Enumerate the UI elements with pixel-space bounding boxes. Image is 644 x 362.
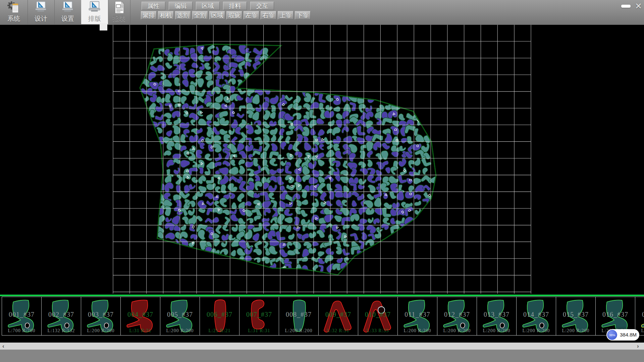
piece-shape [440, 298, 475, 334]
nav-label: 设计 [35, 15, 47, 23]
piece-shape [479, 298, 514, 334]
thumbnail-015_#37[interactable]: 015_#37 L:200 R:200 [556, 297, 596, 336]
nav-label: 报表 [113, 15, 125, 23]
top-toolbar: 系统 设计 设置 排版 报表 属性编辑区域排料交互 聚排相机选割全割区域瑕疵左靠… [0, 0, 644, 25]
report-doc-icon [112, 1, 126, 15]
laptop-ruler-icon [88, 1, 102, 15]
close-icon: ✕ [635, 1, 642, 11]
tool-item-1[interactable]: 聚排 [141, 11, 157, 19]
canvas-corner-chip [100, 23, 107, 31]
thumbnail-003_#37[interactable]: 003_#37 L:200 R:200 [81, 297, 121, 336]
tool-item-5[interactable]: 区域 [209, 11, 225, 19]
scroll-left-icon[interactable]: ‹ [2, 343, 4, 350]
close-button[interactable]: ✕ [633, 1, 644, 11]
menu-item-4[interactable]: 排料 [223, 2, 247, 10]
status-badge: 38% 384.8M [606, 329, 639, 341]
tool-item-9[interactable]: 上靠 [278, 11, 293, 19]
piece-shape [558, 298, 593, 334]
piece-shape [598, 298, 633, 334]
piece-shape [163, 298, 198, 334]
menu-row-1: 属性编辑区域排料交互 [142, 2, 274, 10]
progress-percent: 38% [609, 333, 615, 337]
nav-label: 设置 [61, 15, 74, 23]
thumbnail-002_#37[interactable]: 002_#37 L:132 R:132 [41, 297, 81, 336]
menu-item-2[interactable]: 编辑 [169, 2, 193, 10]
thumbnail-010_#37[interactable]: 010_#37 L:33 R:33 [358, 297, 398, 336]
piece-shape [400, 298, 435, 334]
memory-indicator: 384.8M [620, 329, 637, 341]
thumbnail-009_#37[interactable]: 009_#37 L:32 R:31 [318, 297, 358, 336]
tool-item-8[interactable]: 右靠 [261, 11, 276, 19]
menu-item-3[interactable]: 区域 [196, 2, 220, 10]
piece-shape [44, 298, 79, 334]
piece-shape [321, 298, 356, 334]
nav-label: 系统 [7, 15, 20, 23]
menu-item-1[interactable]: 属性 [142, 2, 165, 10]
piece-shape [281, 298, 316, 334]
thumbnail-005_#37[interactable]: 005_#37 L:200 R:200 [160, 297, 200, 336]
minimize-button[interactable] [619, 1, 633, 11]
tool-item-4[interactable]: 全割 [192, 11, 208, 19]
horizontal-scrollbar[interactable]: ‹ › [0, 343, 644, 350]
piece-shape [123, 298, 158, 334]
piece-shape [361, 298, 395, 334]
progress-circle: 38% [607, 330, 617, 340]
piece-shape [519, 298, 554, 334]
piece-shape [242, 298, 277, 334]
piece-thumbnail-strip: 001_#37 L:700 R:700 002_#37 L:132 R:132 … [0, 296, 644, 343]
tool-item-3[interactable]: 选割 [175, 11, 191, 19]
nav-tile-design[interactable]: 设计 [28, 0, 55, 24]
laptop-ruler-icon [34, 1, 48, 15]
gear-doc-icon [7, 1, 21, 15]
laptop-ruler-icon [61, 1, 75, 15]
nav-tile-system[interactable]: 系统 [0, 0, 28, 24]
piece-shape [84, 298, 118, 334]
scroll-right-icon[interactable]: › [637, 343, 639, 350]
menu-row-2: 聚排相机选割全割区域瑕疵左靠右靠上靠下靠 [141, 11, 311, 19]
nav-tile-layout[interactable]: 排版 [81, 0, 108, 24]
nav-tile-settings[interactable]: 设置 [54, 0, 82, 24]
thumbnail-012_#37[interactable]: 012_#37 L:200 R:200 [437, 297, 477, 336]
menu-item-5[interactable]: 交互 [250, 2, 274, 10]
thumbnail-011_#37[interactable]: 011_#37 L:200 R:200 [397, 297, 437, 336]
thumbnail-013_#37[interactable]: 013_#37 L:200 R:200 [477, 297, 517, 336]
bottom-statusbar [0, 350, 644, 362]
canvas-svg [0, 25, 644, 295]
tool-item-10[interactable]: 下靠 [295, 11, 311, 19]
thumbnail-001_#37[interactable]: 001_#37 L:700 R:700 [2, 297, 42, 336]
nav-label: 排版 [88, 15, 101, 23]
thumbnail-004_#37[interactable]: 004_#37 L:31 R:31 [120, 297, 160, 336]
minimize-icon [621, 5, 631, 8]
piece-shape [4, 298, 39, 334]
piece-shape [202, 298, 237, 334]
tool-item-7[interactable]: 左靠 [244, 11, 259, 19]
thumbnail-006_#37[interactable]: 006_#37 L:21 R:21 [200, 297, 239, 336]
thumbnail-008_#37[interactable]: 008_#37 L:200 R:200 [279, 297, 319, 336]
nav-tile-report[interactable]: 报表 [108, 0, 130, 24]
piece-shape [638, 298, 644, 334]
tool-item-6[interactable]: 瑕疵 [226, 11, 242, 19]
tool-item-2[interactable]: 相机 [158, 11, 174, 19]
thumbnail-007_#37[interactable]: 007_#37 L:31 R:31 [239, 297, 279, 336]
thumbnail-014_#37[interactable]: 014_#37 L:200 R:200 [516, 297, 556, 336]
